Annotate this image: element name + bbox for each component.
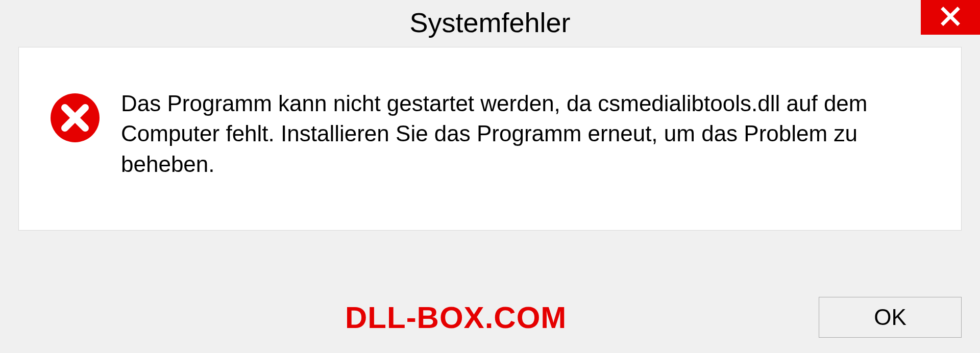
dialog-title: Systemfehler <box>409 7 570 38</box>
error-circle-icon <box>50 92 101 143</box>
error-message: Das Programm kann nicht gestartet werden… <box>121 88 930 179</box>
close-icon <box>940 6 961 29</box>
ok-button[interactable]: OK <box>819 297 962 338</box>
error-dialog: Systemfehler Das Programm kann nicht ges… <box>0 0 980 353</box>
watermark-text: DLL-BOX.COM <box>345 300 567 335</box>
content-panel: Das Programm kann nicht gestartet werden… <box>18 47 962 231</box>
titlebar: Systemfehler <box>0 0 980 45</box>
close-button[interactable] <box>921 0 980 35</box>
footer: DLL-BOX.COM OK <box>0 297 980 338</box>
